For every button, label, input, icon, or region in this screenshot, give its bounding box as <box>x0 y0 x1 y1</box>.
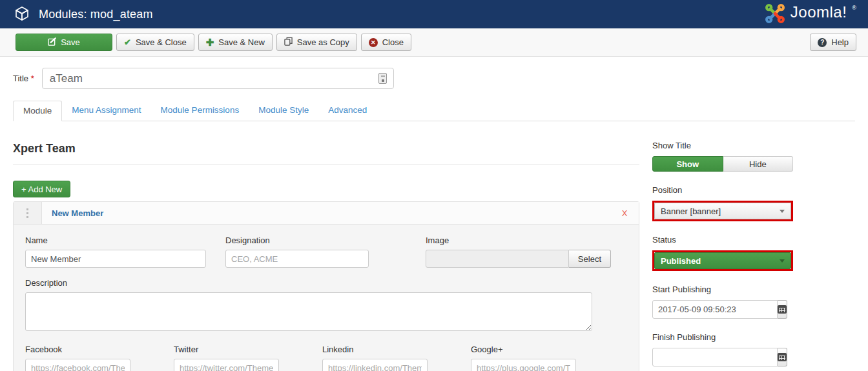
twitter-input[interactable] <box>174 359 279 371</box>
status-highlight-annotation: Published <box>652 250 793 271</box>
autofill-extension-icon[interactable] <box>378 73 387 84</box>
facebook-label: Facebook <box>25 345 174 354</box>
drag-handle[interactable] <box>14 202 42 224</box>
image-select-button[interactable]: Select <box>569 250 611 268</box>
member-panel: New Member X Name Designation Image <box>13 201 639 371</box>
add-new-member-button[interactable]: + Add New <box>13 181 70 197</box>
grip-icon <box>26 208 28 218</box>
finish-publishing-label: Finish Publishing <box>652 332 855 342</box>
module-cube-icon <box>14 6 30 23</box>
module-form-column: Xpert Team + Add New New Member X Name <box>13 121 639 371</box>
chevron-down-icon <box>780 259 785 263</box>
show-title-hide-button[interactable]: Hide <box>723 156 794 172</box>
status-select[interactable]: Published <box>654 252 791 269</box>
show-title-toggle: Show Hide <box>652 156 793 172</box>
image-path-input <box>426 250 569 268</box>
module-settings-sidebar: Show Title Show Hide Position Banner [ba… <box>639 121 855 371</box>
name-label: Name <box>25 236 225 245</box>
description-textarea[interactable] <box>25 292 592 331</box>
plus-icon: ✚ <box>206 37 214 47</box>
linkedin-label: Linkedin <box>322 345 471 354</box>
position-highlight-annotation: Banner [banner] <box>652 201 793 221</box>
title-field-row: Title * <box>13 68 868 89</box>
designation-input[interactable] <box>225 250 369 268</box>
image-label: Image <box>426 236 611 245</box>
remove-member-button[interactable]: X <box>610 202 639 224</box>
show-title-show-button[interactable]: Show <box>652 156 723 172</box>
help-icon: ? <box>818 38 827 47</box>
designation-label: Designation <box>225 236 426 245</box>
tab-module[interactable]: Module <box>13 101 62 121</box>
save-as-copy-button[interactable]: Save as Copy <box>276 34 357 51</box>
tab-advanced[interactable]: Advanced <box>318 101 377 121</box>
position-label: Position <box>652 185 855 195</box>
googleplus-label: Google+ <box>471 345 619 354</box>
save-and-close-button[interactable]: ✔ Save & Close <box>116 34 194 51</box>
check-icon: ✔ <box>124 37 131 47</box>
module-type-heading: Xpert Team <box>13 142 639 155</box>
save-and-new-button[interactable]: ✚ Save & New <box>198 34 273 51</box>
tab-bar: Module Menu Assignment Module Permission… <box>13 101 855 121</box>
tab-module-permissions[interactable]: Module Permissions <box>151 101 249 121</box>
close-button[interactable]: ✕ Close <box>361 34 411 51</box>
member-panel-header: New Member X <box>14 202 639 225</box>
finish-publishing-calendar-button[interactable] <box>778 348 787 366</box>
status-label: Status <box>652 235 855 245</box>
title-input[interactable] <box>42 68 394 89</box>
save-icon <box>48 37 56 48</box>
toolbar: Save ✔ Save & Close ✚ Save & New Save as… <box>0 28 868 57</box>
heading-divider <box>13 165 639 165</box>
start-publishing-calendar-button[interactable] <box>778 300 787 319</box>
start-publishing-label: Start Publishing <box>652 285 855 294</box>
position-select[interactable]: Banner [banner] <box>654 203 791 219</box>
calendar-icon <box>778 353 787 361</box>
show-title-label: Show Title <box>652 141 855 150</box>
joomla-logo-registered: ® <box>852 5 856 11</box>
tab-menu-assignment[interactable]: Menu Assignment <box>62 101 150 121</box>
joomla-logo-icon <box>765 3 785 26</box>
finish-publishing-input[interactable] <box>652 348 778 366</box>
save-button[interactable]: Save <box>16 34 112 51</box>
required-asterisk: * <box>31 74 34 83</box>
calendar-icon <box>778 305 787 314</box>
linkedin-input[interactable] <box>322 359 428 371</box>
description-label: Description <box>25 278 627 288</box>
joomla-logo: Joomla! ® <box>765 3 856 26</box>
copy-icon <box>284 37 293 48</box>
joomla-logo-text: Joomla! <box>790 3 847 21</box>
twitter-label: Twitter <box>174 345 322 354</box>
title-label: Title * <box>13 74 34 83</box>
facebook-input[interactable] <box>25 359 130 371</box>
member-title[interactable]: New Member <box>42 202 610 224</box>
chevron-down-icon <box>780 210 785 213</box>
googleplus-input[interactable] <box>471 359 576 371</box>
tab-module-style[interactable]: Module Style <box>249 101 318 121</box>
app-header: Modules: mod_ateam Joomla! ® <box>0 0 868 28</box>
help-button[interactable]: ? Help <box>810 34 856 51</box>
name-input[interactable] <box>25 250 206 268</box>
page-title: Modules: mod_ateam <box>39 8 153 21</box>
close-icon: ✕ <box>369 38 378 47</box>
member-panel-body: Name Designation Image Select <box>14 225 639 371</box>
start-publishing-input[interactable] <box>652 300 778 319</box>
